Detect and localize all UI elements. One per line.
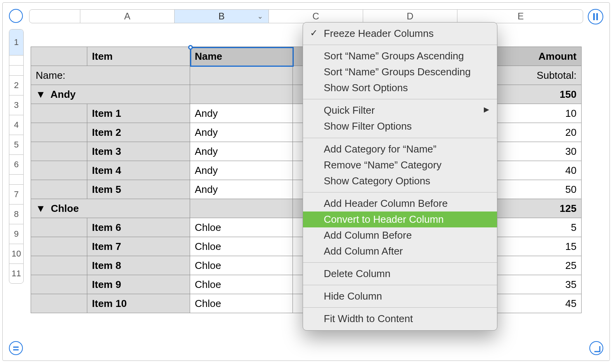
selection-handle[interactable] — [188, 45, 193, 50]
row-stub[interactable] — [31, 123, 87, 142]
cell-name[interactable]: Andy — [190, 161, 293, 180]
column-header-D[interactable]: D — [363, 10, 457, 23]
menu-item[interactable]: Add Column Before — [303, 227, 497, 243]
resize-corner-handle[interactable] — [589, 341, 603, 355]
cell-item[interactable]: Item 9 — [87, 275, 190, 294]
menu-separator — [303, 262, 497, 263]
menu-item[interactable]: Add Column After — [303, 243, 497, 259]
column-header-label: A — [124, 11, 130, 22]
name-label: Name: — [31, 66, 190, 85]
row-stub[interactable] — [31, 161, 87, 180]
menu-item[interactable]: Show Filter Options — [303, 118, 497, 134]
menu-separator — [303, 99, 497, 99]
row-header-blank[interactable] — [9, 55, 23, 66]
menu-item[interactable]: Quick Filter — [303, 102, 497, 118]
row-header-9[interactable]: 9 — [9, 224, 23, 244]
cell-name[interactable]: Chloe — [190, 256, 293, 275]
group-toggle[interactable]: ▼ Andy — [31, 85, 190, 104]
row-header-2[interactable]: 2 — [9, 76, 23, 95]
row-stub[interactable] — [31, 294, 87, 313]
row-stub[interactable] — [31, 237, 87, 256]
menu-item[interactable]: Show Category Options — [303, 173, 497, 189]
column-header-C[interactable]: C — [269, 10, 363, 23]
column-header-label: D — [407, 11, 413, 22]
group-toggle[interactable]: ▼ Chloe — [31, 199, 190, 218]
row-stub[interactable] — [31, 275, 87, 294]
menu-item[interactable]: Hide Column — [303, 288, 497, 304]
disclosure-triangle-icon[interactable]: ▼ — [36, 88, 46, 101]
menu-separator — [303, 192, 497, 192]
menu-item[interactable]: Freeze Header Columns — [303, 26, 497, 42]
menu-separator — [303, 285, 497, 285]
menu-item[interactable]: Fit Width to Content — [303, 311, 497, 327]
cell-item[interactable]: Item 3 — [87, 142, 190, 161]
row-header-6[interactable]: 6 — [9, 155, 23, 175]
menu-item[interactable]: Add Header Column Before — [303, 196, 497, 211]
cell-name[interactable]: Chloe — [190, 275, 293, 294]
menu-item[interactable]: Delete Column — [303, 266, 497, 282]
cell-name[interactable]: Andy — [190, 123, 293, 142]
cell-name[interactable]: Andy — [190, 104, 293, 123]
row-stub[interactable] — [31, 142, 87, 161]
cell-item[interactable]: Item 6 — [87, 218, 190, 237]
row-stub[interactable] — [31, 104, 87, 123]
spreadsheet-frame: AB⌄CDE 1234567891011 B ItemNameAmountNam… — [2, 2, 610, 361]
header-name[interactable]: Name — [190, 47, 293, 66]
table-menu-handle[interactable] — [9, 9, 23, 23]
header-item[interactable]: Item — [87, 47, 190, 66]
cell-name[interactable]: Chloe — [190, 237, 293, 256]
menu-separator — [303, 138, 497, 138]
column-header-label: E — [518, 11, 524, 22]
menu-separator — [303, 45, 497, 45]
row-header-11[interactable]: 11 — [9, 264, 23, 283]
column-header-E[interactable]: E — [457, 10, 583, 23]
menu-item[interactable]: Add Category for “Name” — [303, 141, 497, 157]
chevron-down-icon[interactable]: ⌄ — [257, 12, 263, 21]
header-stub[interactable] — [31, 47, 87, 66]
cell-item[interactable]: Item 1 — [87, 104, 190, 123]
menu-separator — [303, 307, 497, 308]
cell-name[interactable]: Andy — [190, 142, 293, 161]
row-header-blank[interactable] — [9, 66, 23, 76]
cell-name[interactable]: Chloe — [190, 218, 293, 237]
cell-name[interactable]: Andy — [190, 180, 293, 199]
cell-item[interactable]: Item 5 — [87, 180, 190, 199]
cell-item[interactable]: Item 2 — [87, 123, 190, 142]
column-header-A[interactable]: A — [80, 10, 175, 23]
cell-item[interactable]: Item 10 — [87, 294, 190, 313]
add-row-handle[interactable] — [9, 341, 23, 355]
row-header-3[interactable]: 3 — [9, 95, 23, 115]
column-strip: AB⌄CDE — [29, 9, 583, 23]
menu-item[interactable]: Show Sort Options — [303, 80, 497, 96]
cell-item[interactable]: Item 8 — [87, 256, 190, 275]
menu-item[interactable]: Sort “Name” Groups Ascending — [303, 48, 497, 64]
column-stub[interactable] — [29, 10, 80, 23]
menu-item[interactable]: Remove “Name” Category — [303, 157, 497, 173]
column-header-label: B — [218, 11, 225, 22]
row-header-blank[interactable] — [9, 175, 23, 185]
menu-item[interactable]: Convert to Header Column — [303, 211, 497, 227]
row-header-8[interactable]: 8 — [9, 205, 23, 224]
column-header-B[interactable]: B⌄ — [175, 10, 269, 23]
row-header-7[interactable]: 7 — [9, 185, 23, 205]
add-column-handle[interactable] — [588, 9, 603, 24]
menu-item[interactable]: Sort “Name” Groups Descending — [303, 64, 497, 80]
row-strip: 1234567891011 — [9, 29, 24, 284]
column-context-menu: Freeze Header ColumnsSort “Name” Groups … — [303, 22, 497, 331]
cell-item[interactable]: Item 7 — [87, 237, 190, 256]
row-stub[interactable] — [31, 218, 87, 237]
row-header-4[interactable]: 4 — [9, 115, 23, 135]
row-header-10[interactable]: 10 — [9, 244, 23, 264]
row-header-5[interactable]: 5 — [9, 135, 23, 155]
cell-name[interactable]: Chloe — [190, 294, 293, 313]
row-stub[interactable] — [31, 256, 87, 275]
row-header-1[interactable]: 1 — [9, 29, 23, 55]
cell-item[interactable]: Item 4 — [87, 161, 190, 180]
column-header-label: C — [312, 11, 319, 22]
disclosure-triangle-icon[interactable]: ▼ — [36, 203, 46, 215]
row-stub[interactable] — [31, 180, 87, 199]
